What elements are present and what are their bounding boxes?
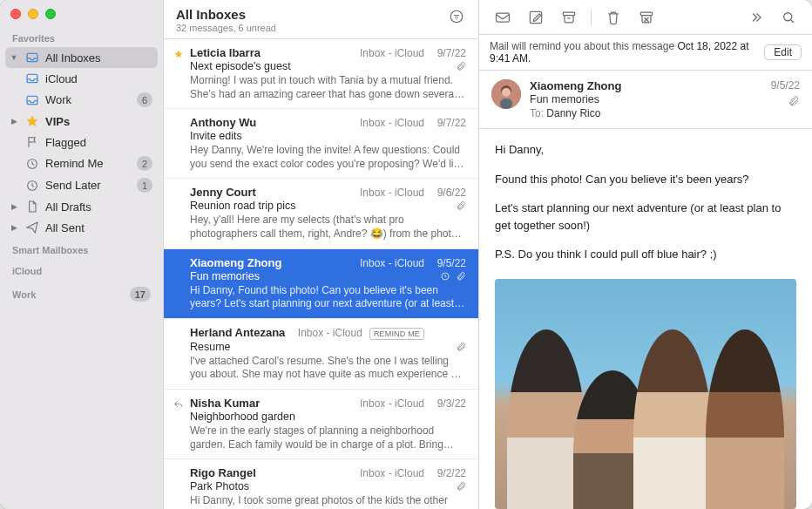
svg-rect-1 bbox=[27, 74, 37, 82]
body-line: Found this photo! Can you believe it's b… bbox=[495, 171, 796, 188]
message-to-label: To: bbox=[530, 107, 544, 119]
message-list-header: All Inboxes 32 messages, 6 unread bbox=[164, 0, 478, 39]
message-row[interactable]: Jenny CourtInbox - iCloud9/6/22Reunion r… bbox=[164, 179, 478, 248]
message-list[interactable]: Leticia IbarraInbox - iCloud9/7/22Next e… bbox=[164, 39, 478, 509]
sidebar-item-label: VIPs bbox=[45, 115, 152, 128]
message-date: 9/7/22 bbox=[431, 47, 466, 59]
message-row[interactable]: Nisha KumarInbox - iCloud9/3/22Neighborh… bbox=[164, 390, 478, 459]
paperplane-icon bbox=[24, 221, 40, 234]
attachment-icon bbox=[456, 481, 466, 492]
junk-button[interactable] bbox=[632, 5, 661, 30]
zoom-window-button[interactable] bbox=[45, 9, 56, 19]
tray-icon bbox=[24, 71, 40, 85]
doc-icon bbox=[24, 200, 40, 214]
message-date: 9/6/22 bbox=[431, 187, 466, 199]
sidebar-item-all-inboxes[interactable]: ▼All Inboxes bbox=[5, 47, 158, 68]
attachment-icon[interactable] bbox=[788, 95, 800, 107]
message-subject: Reunion road trip pics bbox=[190, 200, 449, 212]
star-icon bbox=[24, 114, 40, 128]
remind-me-banner: Mail will remind you about this message … bbox=[479, 35, 812, 71]
remind-me-badge: REMIND ME bbox=[369, 328, 424, 340]
sidebar-work-count-badge: 17 bbox=[130, 287, 151, 302]
svg-rect-15 bbox=[500, 98, 512, 109]
clock-icon bbox=[24, 157, 40, 171]
attachment-icon bbox=[456, 200, 466, 211]
message-row[interactable]: Anthony WuInbox - iCloud9/7/22Invite edi… bbox=[164, 109, 478, 179]
message-date: 9/7/22 bbox=[431, 117, 466, 129]
sidebar-item-drafts[interactable]: ▶All Drafts bbox=[5, 196, 158, 217]
disclosure-triangle-icon[interactable]: ▼ bbox=[9, 53, 19, 62]
svg-point-14 bbox=[502, 88, 511, 97]
message-to-name[interactable]: Danny Rico bbox=[546, 107, 600, 119]
svg-rect-7 bbox=[497, 13, 510, 22]
delete-button[interactable] bbox=[599, 5, 628, 30]
reader-toolbar bbox=[479, 0, 812, 35]
message-from: Leticia Ibarra bbox=[190, 46, 353, 59]
message-from: Herland Antezana bbox=[190, 326, 291, 339]
message-subject: Next episode's guest bbox=[190, 60, 449, 72]
sidebar-item-count-badge: 1 bbox=[137, 178, 152, 193]
sidebar-item-vips[interactable]: ▶VIPs bbox=[5, 111, 158, 132]
sender-avatar[interactable] bbox=[491, 79, 521, 109]
sidebar-item-label: iCloud bbox=[45, 72, 152, 85]
archive-button[interactable] bbox=[554, 5, 584, 30]
disclosure-triangle-icon[interactable]: ▶ bbox=[9, 202, 19, 211]
flag-icon bbox=[24, 135, 40, 149]
sidebar-item-remind[interactable]: Remind Me2 bbox=[5, 153, 158, 174]
tray-icon bbox=[24, 93, 40, 107]
message-mailbox: Inbox - iCloud bbox=[360, 47, 424, 59]
reading-pane: Mail will remind you about this message … bbox=[479, 0, 812, 509]
message-from: Xiaomeng Zhong bbox=[190, 256, 353, 269]
svg-rect-2 bbox=[27, 96, 37, 104]
message-subject: Neighborhood garden bbox=[190, 411, 459, 423]
sidebar-item-sent[interactable]: ▶All Sent bbox=[5, 217, 158, 238]
sidebar-section-icloud[interactable]: iCloud bbox=[0, 259, 163, 280]
sidebar-section-favorites: Favorites bbox=[0, 26, 163, 47]
svg-point-5 bbox=[450, 10, 463, 23]
tray-icon bbox=[24, 51, 40, 64]
remind-edit-button[interactable]: Edit bbox=[764, 44, 802, 60]
message-mailbox: Inbox - iCloud bbox=[360, 187, 424, 199]
sidebar-item-work[interactable]: Work6 bbox=[5, 89, 158, 111]
message-row[interactable]: Herland AntezanaInbox - iCloudREMIND MER… bbox=[164, 319, 478, 390]
close-window-button[interactable] bbox=[10, 9, 21, 19]
sidebar-item-label: All Drafts bbox=[45, 200, 152, 214]
message-mailbox: Inbox - iCloud bbox=[298, 327, 362, 339]
message-row[interactable]: Rigo RangelInbox - iCloud9/2/22Park Phot… bbox=[164, 459, 478, 509]
attachment-icon bbox=[456, 271, 466, 282]
sidebar-item-label: Send Later bbox=[45, 179, 132, 192]
more-toolbar-button[interactable] bbox=[741, 5, 770, 30]
compose-button[interactable] bbox=[521, 5, 551, 30]
sidebar-section-smart: Smart Mailboxes bbox=[0, 238, 163, 259]
message-subject: Invite edits bbox=[190, 130, 459, 142]
disclosure-triangle-icon[interactable]: ▶ bbox=[9, 223, 19, 232]
message-mailbox: Inbox - iCloud bbox=[360, 467, 424, 479]
message-preview: Hey, y'all! Here are my selects (that's … bbox=[190, 214, 466, 241]
minimize-window-button[interactable] bbox=[28, 9, 38, 19]
sidebar-item-flagged[interactable]: Flagged bbox=[5, 132, 158, 153]
sidebar-section-work-label: Work bbox=[12, 289, 123, 300]
clock-icon bbox=[24, 179, 40, 193]
message-body[interactable]: Hi Danny, Found this photo! Can you beli… bbox=[479, 129, 812, 509]
body-line: P.S. Do you think I could pull off blue … bbox=[495, 246, 796, 263]
message-date: 9/2/22 bbox=[431, 467, 466, 479]
message-subject: Fun memories bbox=[190, 270, 433, 282]
message-from[interactable]: Xiaomeng Zhong bbox=[530, 79, 762, 92]
message-row[interactable]: Leticia IbarraInbox - iCloud9/7/22Next e… bbox=[164, 39, 478, 109]
body-line: Let's start planning our next adventure … bbox=[495, 200, 796, 234]
attachment-icon bbox=[456, 61, 466, 71]
reply-indicator-icon bbox=[173, 398, 185, 411]
disclosure-triangle-icon[interactable]: ▶ bbox=[9, 117, 19, 126]
sidebar-section-work[interactable]: Work 17 bbox=[0, 280, 163, 305]
message-date: 9/5/22 bbox=[431, 257, 466, 269]
inline-image-attachment[interactable] bbox=[495, 279, 796, 510]
message-preview: Morning! I was put in touch with Tania b… bbox=[190, 74, 466, 101]
toolbar-mail-icon[interactable] bbox=[488, 5, 518, 30]
message-row[interactable]: Xiaomeng ZhongInbox - iCloud9/5/22Fun me… bbox=[164, 249, 478, 319]
sidebar-item-send-later[interactable]: Send Later1 bbox=[5, 174, 158, 196]
filter-button[interactable] bbox=[447, 7, 466, 26]
search-button[interactable] bbox=[774, 5, 803, 30]
sidebar-item-icloud[interactable]: iCloud bbox=[5, 68, 158, 89]
message-from: Jenny Court bbox=[190, 186, 353, 199]
message-preview: Hi Danny, Found this photo! Can you beli… bbox=[190, 284, 466, 311]
